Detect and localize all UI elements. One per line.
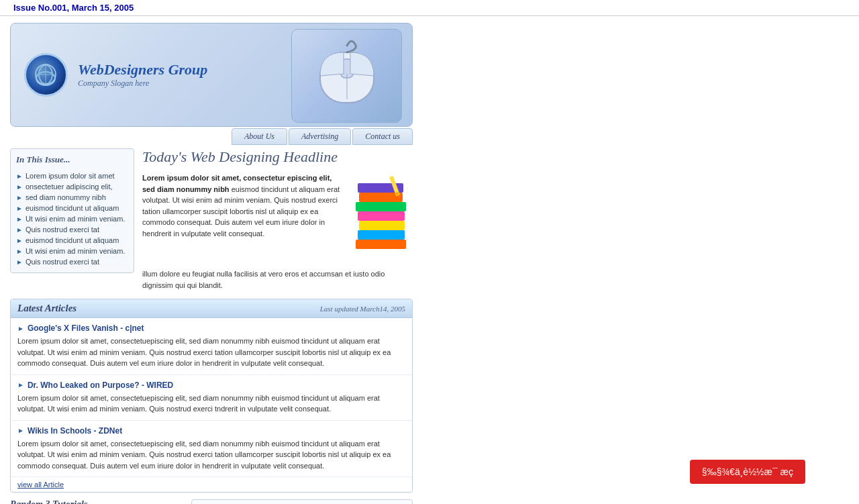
sidebar-arrow: ► <box>16 183 23 191</box>
latest-articles-header: Latest Articles Last updated March14, 20… <box>11 299 412 318</box>
article-arrow: ► <box>17 427 24 434</box>
sidebar-arrow: ► <box>16 172 23 180</box>
sidebar-item: ►Ut wisi enim ad minim veniam. <box>16 246 128 256</box>
latest-articles-title: Latest Articles <box>17 303 77 314</box>
sidebar-item-text: Ut wisi enim ad minim veniam. <box>26 215 125 223</box>
in-this-issue-title: In This Issue... <box>16 154 128 165</box>
article-item: ► Google's X Files Vanish - c|net Lorem … <box>11 318 412 375</box>
sidebar-item: ►euismod tincidunt ut aliquam <box>16 235 128 246</box>
header-bar: Issue No.001, March 15, 2005 <box>0 0 859 16</box>
article-title-text: Dr. Who Leaked on Purpose? - WIRED <box>28 381 173 390</box>
sidebar-item-text: Ut wisi enim ad minim veniam. <box>26 247 125 255</box>
mouse-decoration <box>291 29 402 123</box>
article-image <box>352 172 413 262</box>
sidebar-item: ►sed diam nonummy nibh <box>16 192 128 203</box>
article-item: ► Wikis In Schools - ZDNet Lorem ipsum d… <box>11 421 412 478</box>
issue-text: Issue No.001, March 15, 2005 <box>13 3 134 13</box>
article-extra: illum dolore eu feugiat nulla facilisis … <box>142 268 413 291</box>
sidebar-item: ►Quis nostrud exerci tat <box>16 224 128 235</box>
sidebar-item: ►Lorem ipsum dolor sit amet <box>16 170 128 181</box>
nav-bar: About Us Advertising Contact us <box>10 128 413 145</box>
svg-rect-12 <box>356 202 406 211</box>
sidebar-arrow: ► <box>16 215 23 223</box>
nav-about-us[interactable]: About Us <box>232 128 287 145</box>
freelancing-tips-section: Latest Freelancing Tips Lorem ipsum dolo… <box>191 499 413 504</box>
sidebar-item: ►onsectetuer adipiscing elit, <box>16 181 128 192</box>
newsletter-header: WebDesigners Group Company Slogan here <box>10 23 413 127</box>
sidebar-item-text: Quis nostrud exerci tat <box>26 225 99 234</box>
articles-list: ► Google's X Files Vanish - c|net Lorem … <box>11 318 412 477</box>
company-text: WebDesigners Group Company Slogan here <box>78 61 207 89</box>
sidebar-item-text: sed diam nonummy nibh <box>26 193 106 201</box>
nav-advertising[interactable]: Advertising <box>289 128 351 145</box>
sidebar-arrow: ► <box>16 258 23 266</box>
svg-rect-8 <box>356 240 406 249</box>
article-arrow: ► <box>17 381 24 389</box>
article-item-body: Lorem ipsum dolor sit amet, consectetuep… <box>17 438 405 472</box>
sidebar-arrow: ► <box>16 194 23 201</box>
article-item-title[interactable]: ► Dr. Who Leaked on Purpose? - WIRED <box>17 381 405 390</box>
company-name: WebDesigners Group <box>78 61 207 79</box>
main-container: WebDesigners Group Company Slogan here <box>10 23 413 504</box>
article-title-text: Wikis In Schools - ZDNet <box>28 426 122 436</box>
random-tutorials-section: Random 3 Tutorials Lorem ipsum dolor sit… <box>10 499 185 504</box>
article-title-text: Google's X Files Vanish - c|net <box>28 323 144 333</box>
article-area: Lorem ipsum dolor sit amet, consectetur … <box>142 172 413 262</box>
sidebar-items: ►Lorem ipsum dolor sit amet►onsectetuer … <box>16 170 128 267</box>
article-arrow: ► <box>17 325 24 332</box>
logo-circle <box>24 53 68 97</box>
svg-rect-9 <box>358 230 405 240</box>
latest-articles-updated: Last updated March14, 2005 <box>320 305 405 313</box>
nav-contact[interactable]: Contact us <box>352 128 413 145</box>
svg-rect-10 <box>359 221 405 230</box>
sidebar-item: ►Ut wisi enim ad minim veniam. <box>16 213 128 224</box>
company-slogan: Company Slogan here <box>78 79 207 89</box>
article-item-body: Lorem ipsum dolor sit amet, consectetuep… <box>17 393 405 415</box>
article-item: ► Dr. Who Leaked on Purpose? - WIRED Lor… <box>11 375 412 421</box>
sidebar-arrow: ► <box>16 248 23 255</box>
sidebar-arrow: ► <box>16 226 23 234</box>
content-area: In This Issue... ►Lorem ipsum dolor sit … <box>10 148 413 291</box>
random-tutorials-title: Random 3 Tutorials <box>10 499 185 504</box>
latest-articles-section: Latest Articles Last updated March14, 20… <box>10 299 413 493</box>
sidebar-item-text: Lorem ipsum dolor sit amet <box>26 172 115 180</box>
notification-button[interactable]: §‰§¾€ä¸è½½æ¯ æç <box>690 460 805 484</box>
sidebar-item: ►euismod tincidunt ut aliquam <box>16 203 128 213</box>
article-text: Lorem ipsum dolor sit amet, consectetur … <box>142 172 346 262</box>
sidebar-arrow: ► <box>16 205 23 212</box>
view-all-link[interactable]: view all Article <box>11 477 412 492</box>
article-item-title[interactable]: ► Wikis In Schools - ZDNet <box>17 426 405 436</box>
sidebar: In This Issue... ►Lorem ipsum dolor sit … <box>10 148 134 291</box>
article-item-body: Lorem ipsum dolor sit amet, consectetuep… <box>17 336 405 369</box>
sidebar-item-text: euismod tincidunt ut aliquam <box>26 236 119 244</box>
sidebar-item: ►Quis nostrud exerci tat <box>16 256 128 267</box>
main-content: Today's Web Designing Headline Lorem ips… <box>134 148 413 291</box>
sidebar-item-text: Quis nostrud exerci tat <box>26 258 99 266</box>
sidebar-item-text: euismod tincidunt ut aliquam <box>26 204 119 212</box>
bottom-section: Random 3 Tutorials Lorem ipsum dolor sit… <box>10 499 413 504</box>
in-this-issue-box: In This Issue... ►Lorem ipsum dolor sit … <box>10 148 134 273</box>
sidebar-arrow: ► <box>16 237 23 244</box>
main-headline: Today's Web Designing Headline <box>142 148 413 166</box>
article-item-title[interactable]: ► Google's X Files Vanish - c|net <box>17 323 405 333</box>
sidebar-item-text: onsectetuer adipiscing elit, <box>26 183 113 191</box>
svg-rect-11 <box>358 211 405 221</box>
